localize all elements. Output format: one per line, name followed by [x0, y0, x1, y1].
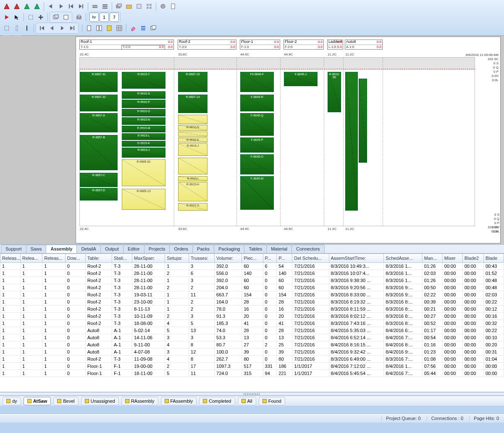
- mid-tab-projects[interactable]: Projects: [144, 245, 170, 253]
- toggle-hr[interactable]: hr: [89, 13, 99, 22]
- assembly-block[interactable]: [345, 72, 358, 211]
- col-piec[interactable]: Piec...: [242, 254, 263, 263]
- col-b[interactable]: Blade: [483, 254, 504, 263]
- table-row[interactable]: 1110Roof-2T-310-11-092391.3200207/21/201…: [0, 313, 504, 320]
- mid-tab-orders[interactable]: Orders: [169, 245, 193, 253]
- assembly-block[interactable]: R-9807-15: [178, 72, 207, 92]
- select-rect-icon[interactable]: [26, 13, 35, 22]
- col-stat[interactable]: Stati...: [112, 254, 132, 263]
- tool-btn-a1[interactable]: [2, 2, 11, 11]
- assembly-block[interactable]: R-9915-G: [178, 203, 207, 211]
- assembly-block[interactable]: F-8645-J: [284, 72, 318, 86]
- mid-tab-saws[interactable]: Saws: [26, 245, 47, 253]
- table-row[interactable]: 1110Roof-2T-323-10-0012164.0280287/21/20…: [0, 298, 504, 306]
- mid-tab-assembly[interactable]: Assembly: [46, 245, 77, 253]
- tool-btn-a4[interactable]: [32, 2, 42, 11]
- toggle-1[interactable]: 1: [100, 13, 109, 22]
- assembly-block[interactable]: R-9916-J: [178, 143, 207, 156]
- table-row[interactable]: 1110Floor-1F-118-11-00511724.0315942211/…: [0, 370, 504, 377]
- mid-tab-packaging[interactable]: Packaging: [214, 245, 244, 253]
- assembly-block[interactable]: R-9807-31: [80, 72, 118, 92]
- table-row[interactable]: 1110Roof-2T-311-09-0848262.7800807/21/20…: [0, 356, 504, 363]
- folder-icon[interactable]: [124, 2, 134, 11]
- assembly-block[interactable]: R-9915-K: [122, 141, 165, 147]
- assembly-block[interactable]: R-9805-01: [122, 159, 165, 186]
- col-dow[interactable]: Dow...: [65, 254, 85, 263]
- assembly-block[interactable]: R-9857-A: [80, 113, 118, 132]
- arrow-right-icon[interactable]: [56, 2, 66, 11]
- assembly-block[interactable]: R-9807-14: [178, 95, 207, 113]
- assembly-block[interactable]: [178, 158, 207, 174]
- col-table[interactable]: Table:: [85, 254, 112, 263]
- assembly-canvas[interactable]: Roof-10.0T-1:00.0T-2:00.0Roof-20.0T-3:00…: [0, 36, 504, 244]
- page-icon[interactable]: [168, 2, 178, 11]
- skip-left-icon[interactable]: [66, 2, 76, 11]
- col-r2[interactable]: Relea...: [20, 254, 42, 263]
- assembly-block[interactable]: [359, 79, 367, 163]
- assembly-block[interactable]: R-9857-D: [80, 188, 118, 201]
- prev-icon[interactable]: [47, 24, 57, 33]
- bottom-tab-atsaw[interactable]: AtSaw: [24, 397, 51, 405]
- assembly-block[interactable]: F-8645-P: [240, 137, 274, 153]
- next-icon[interactable]: [58, 24, 67, 33]
- assembly-block[interactable]: R-9915-N: [122, 117, 165, 125]
- assembly-block[interactable]: R-9915-J: [122, 148, 165, 158]
- assembly-block[interactable]: R-9915-O: [122, 109, 165, 116]
- bottom-tab-dy[interactable]: dy: [3, 397, 21, 405]
- view-double-icon[interactable]: [94, 24, 104, 33]
- last-icon[interactable]: [68, 24, 77, 33]
- assembly-block[interactable]: R-9916-I: [178, 176, 207, 181]
- mid-tab-connectors[interactable]: Connectors: [291, 245, 324, 253]
- assembly-block[interactable]: R-9915-P: [122, 100, 165, 108]
- toggle-7[interactable]: 7: [110, 13, 119, 22]
- assembly-block[interactable]: F4-9646-F: [240, 72, 274, 92]
- view-fill-icon[interactable]: [105, 24, 114, 33]
- col-as[interactable]: AssemStartTime:: [329, 254, 384, 263]
- assembly-block[interactable]: R-9916-K: [178, 137, 207, 143]
- assembly-block[interactable]: [178, 115, 207, 124]
- bottom-tab-all[interactable]: All: [238, 397, 256, 405]
- view-single-icon[interactable]: [84, 24, 94, 33]
- col-r1[interactable]: Releas...: [0, 254, 21, 263]
- table-row[interactable]: 1110Auto8A-19-11-004880.7272257/21/20168…: [0, 341, 504, 349]
- col-tr[interactable]: Trusses:: [189, 254, 215, 263]
- data-grid[interactable]: Releas...Relea...Releas...Dow...Table:St…: [0, 253, 504, 377]
- mid-tab-support[interactable]: Support: [1, 245, 26, 253]
- bottom-tab-rassembly[interactable]: RAssembly: [121, 397, 158, 405]
- select-rect2-icon[interactable]: [2, 24, 11, 33]
- grid-splitter[interactable]: [0, 392, 504, 396]
- col-setups[interactable]: Setups:: [165, 254, 189, 263]
- print-icon[interactable]: [74, 13, 84, 22]
- table-icon[interactable]: [115, 24, 124, 33]
- tool-btn-a3[interactable]: [22, 2, 32, 11]
- table-row[interactable]: 1110Roof-2T-38-11-131278.0160167/21/2016…: [0, 306, 504, 313]
- col-del[interactable]: Del Schedu...: [292, 254, 329, 263]
- table-row[interactable]: 1110Roof-2T-328-11-0013392.0606547/21/20…: [0, 263, 504, 270]
- col-p1[interactable]: P...: [263, 254, 277, 263]
- bottom-tab-completed[interactable]: Completed: [199, 397, 235, 405]
- assembly-block[interactable]: R-9857-C: [80, 173, 118, 187]
- col-vol[interactable]: Volume:: [215, 254, 242, 263]
- window-icon[interactable]: [61, 13, 71, 22]
- col-max[interactable]: MaxSpan:: [132, 254, 165, 263]
- assembly-block[interactable]: F-8645-R: [240, 95, 274, 111]
- col-p2[interactable]: P...: [277, 254, 292, 263]
- assembly-block[interactable]: R-9807-32: [80, 95, 118, 111]
- skip-right-icon[interactable]: [76, 2, 86, 11]
- gear-icon[interactable]: [158, 2, 168, 11]
- play-icon[interactable]: [2, 13, 11, 22]
- arrow-cursor-icon[interactable]: [12, 13, 21, 22]
- tool-btn-a2[interactable]: [12, 2, 21, 11]
- eraser-icon[interactable]: [129, 24, 138, 33]
- assembly-block[interactable]: R-9915-M: [122, 126, 165, 132]
- move-icon[interactable]: [36, 13, 45, 22]
- assembly-block[interactable]: R-9805-13: [122, 189, 165, 210]
- windows-icon[interactable]: [149, 24, 158, 33]
- mid-tab-output[interactable]: Output: [100, 245, 123, 253]
- assembly-block[interactable]: R-9915-T: [122, 72, 165, 89]
- col-man[interactable]: Man...: [422, 254, 442, 263]
- assembly-block[interactable]: [178, 132, 207, 137]
- col-sa[interactable]: SchedAsse...: [384, 254, 423, 263]
- stack2-icon[interactable]: [100, 2, 110, 11]
- text-cursor-icon[interactable]: [22, 24, 32, 33]
